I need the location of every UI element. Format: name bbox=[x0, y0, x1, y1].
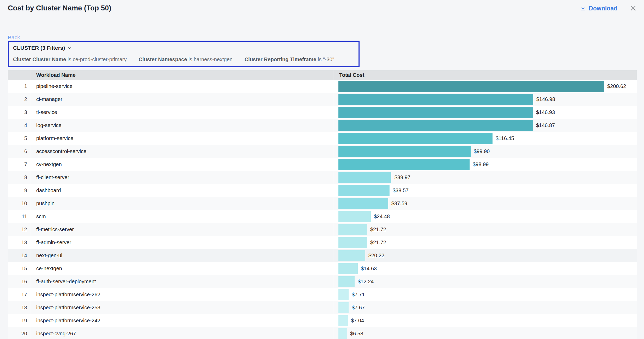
table-row[interactable]: 17 inspect-platformservice-262 $7.71 bbox=[8, 288, 637, 301]
filter-condition: is "-30" bbox=[316, 56, 334, 62]
download-button[interactable]: Download bbox=[580, 5, 617, 12]
row-rank: 12 bbox=[8, 223, 31, 236]
total-cost-cell: $146.87 bbox=[334, 119, 637, 132]
filter-item[interactable]: Cluster Namespace is harness-nextgen bbox=[139, 56, 233, 62]
row-rank: 13 bbox=[8, 236, 31, 249]
total-cost-cell: $116.45 bbox=[334, 132, 637, 145]
table-row[interactable]: 13 ff-admin-server $21.72 bbox=[8, 236, 637, 249]
cost-bar bbox=[338, 107, 533, 118]
workload-name: ce-nextgen bbox=[31, 262, 334, 275]
filter-item[interactable]: Cluster Reporting Timeframe is "-30" bbox=[245, 56, 334, 62]
table-row[interactable]: 15 ce-nextgen $14.63 bbox=[8, 262, 637, 275]
total-cost-cell: $24.48 bbox=[334, 210, 637, 223]
close-button[interactable] bbox=[629, 5, 637, 12]
total-cost-cell: $146.93 bbox=[334, 106, 637, 119]
workload-name: inspect-platformservice-253 bbox=[31, 301, 334, 314]
table-row[interactable]: 4 log-service $146.87 bbox=[8, 119, 637, 132]
cost-bar bbox=[338, 211, 371, 222]
table-row[interactable]: 20 inspect-cvng-267 $6.58 bbox=[8, 327, 637, 339]
chevron-down-icon bbox=[68, 46, 72, 50]
total-cost-cell: $14.63 bbox=[334, 262, 637, 275]
cost-value: $98.99 bbox=[473, 161, 489, 167]
back-link[interactable]: Back bbox=[8, 34, 20, 41]
cost-value: $21.72 bbox=[370, 240, 386, 246]
filter-group-toggle[interactable]: CLUSTER (3 Filters) bbox=[13, 45, 72, 51]
table-row[interactable]: 7 cv-nextgen $98.99 bbox=[8, 158, 637, 171]
total-cost-cell: $7.67 bbox=[334, 301, 637, 314]
row-rank: 11 bbox=[8, 210, 31, 223]
row-rank: 14 bbox=[8, 249, 31, 262]
filter-field: Cluster Cluster Name bbox=[13, 56, 66, 62]
filter-condition: is harness-nextgen bbox=[187, 56, 233, 62]
cost-bar bbox=[338, 94, 533, 105]
cost-bar bbox=[338, 328, 347, 339]
column-header-rank bbox=[8, 70, 31, 80]
row-rank: 1 bbox=[8, 80, 31, 93]
workload-name: inspect-platformservice-242 bbox=[31, 314, 334, 327]
workload-name: ci-manager bbox=[31, 93, 334, 106]
cost-bar bbox=[338, 237, 367, 248]
table-row[interactable]: 16 ff-auth-server-deployment $12.24 bbox=[8, 275, 637, 288]
row-rank: 4 bbox=[8, 119, 31, 132]
filter-panel: CLUSTER (3 Filters) Cluster Cluster Name… bbox=[8, 41, 360, 67]
cost-bar bbox=[338, 250, 365, 261]
workload-name: log-service bbox=[31, 119, 334, 132]
row-rank: 20 bbox=[8, 327, 31, 339]
row-rank: 17 bbox=[8, 288, 31, 301]
table-row[interactable]: 2 ci-manager $146.98 bbox=[8, 93, 637, 106]
cost-table: Workload Name Total Cost 1 pipeline-serv… bbox=[8, 70, 637, 339]
table-header-row: Workload Name Total Cost bbox=[8, 70, 637, 80]
column-header-total-cost[interactable]: Total Cost bbox=[334, 70, 637, 80]
cost-bar bbox=[338, 146, 471, 157]
total-cost-cell: $12.24 bbox=[334, 275, 637, 288]
workload-name: ff-admin-server bbox=[31, 236, 334, 249]
table-row[interactable]: 11 scm $24.48 bbox=[8, 210, 637, 223]
table-row[interactable]: 14 next-gen-ui $20.22 bbox=[8, 249, 637, 262]
total-cost-cell: $38.57 bbox=[334, 184, 637, 197]
cost-value: $24.48 bbox=[374, 214, 390, 219]
total-cost-cell: $99.90 bbox=[334, 145, 637, 158]
table-row[interactable]: 19 inspect-platformservice-242 $7.04 bbox=[8, 314, 637, 327]
row-rank: 7 bbox=[8, 158, 31, 171]
close-icon bbox=[629, 9, 637, 13]
row-rank: 15 bbox=[8, 262, 31, 275]
cost-bar bbox=[338, 224, 367, 235]
header-actions: Download bbox=[580, 5, 637, 12]
filter-group-label: CLUSTER (3 Filters) bbox=[13, 45, 65, 51]
table-row[interactable]: 9 dashboard $38.57 bbox=[8, 184, 637, 197]
cost-value: $116.45 bbox=[496, 135, 514, 141]
workload-name: cv-nextgen bbox=[31, 158, 334, 171]
table-row[interactable]: 6 accesscontrol-service $99.90 bbox=[8, 145, 637, 158]
table-body: 1 pipeline-service $200.62 2 ci-manager … bbox=[8, 80, 637, 339]
cost-bar bbox=[338, 302, 349, 313]
workload-name: accesscontrol-service bbox=[31, 145, 334, 158]
total-cost-cell: $7.04 bbox=[334, 314, 637, 327]
workload-name: next-gen-ui bbox=[31, 249, 334, 262]
table-row[interactable]: 5 platform-service $116.45 bbox=[8, 132, 637, 145]
cost-bar bbox=[338, 185, 390, 196]
cost-bar bbox=[338, 120, 533, 131]
row-rank: 16 bbox=[8, 275, 31, 288]
table-row[interactable]: 10 pushpin $37.59 bbox=[8, 197, 637, 210]
workload-name: inspect-platformservice-262 bbox=[31, 288, 334, 301]
cost-value: $12.24 bbox=[358, 279, 374, 285]
table-row[interactable]: 18 inspect-platformservice-253 $7.67 bbox=[8, 301, 637, 314]
cost-value: $146.98 bbox=[536, 96, 555, 102]
row-rank: 9 bbox=[8, 184, 31, 197]
cost-value: $99.90 bbox=[474, 148, 490, 154]
table-row[interactable]: 3 ti-service $146.93 bbox=[8, 106, 637, 119]
cost-bar bbox=[338, 198, 388, 209]
workload-name: platform-service bbox=[31, 132, 334, 145]
column-header-workload-name[interactable]: Workload Name bbox=[31, 70, 334, 80]
row-rank: 10 bbox=[8, 197, 31, 210]
total-cost-cell: $6.58 bbox=[334, 327, 637, 339]
cost-dialog: Cost by Cluster Name (Top 50) Download bbox=[0, 0, 644, 339]
row-rank: 6 bbox=[8, 145, 31, 158]
cost-value: $146.93 bbox=[536, 109, 555, 115]
table-row[interactable]: 1 pipeline-service $200.62 bbox=[8, 80, 637, 93]
workload-name: ti-service bbox=[31, 106, 334, 119]
table-row[interactable]: 8 ff-client-server $39.97 bbox=[8, 171, 637, 184]
download-icon bbox=[580, 5, 586, 11]
filter-item[interactable]: Cluster Cluster Name is ce-prod-cluster-… bbox=[13, 56, 127, 62]
table-row[interactable]: 12 ff-metrics-server $21.72 bbox=[8, 223, 637, 236]
